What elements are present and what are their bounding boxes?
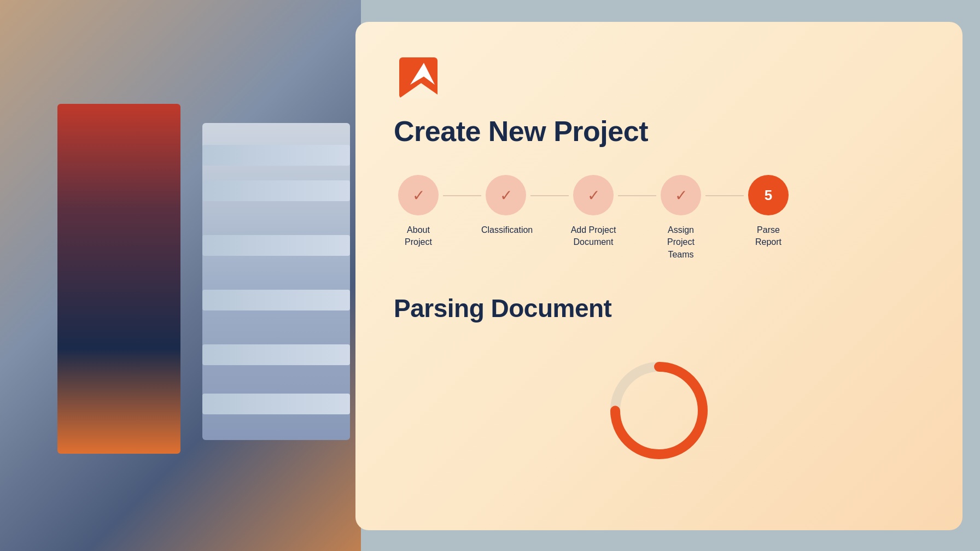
step-5-label: Parse Report bbox=[744, 224, 793, 249]
connector-1-2 bbox=[443, 195, 481, 196]
step-3-check: ✓ bbox=[587, 186, 600, 204]
background-panel-light bbox=[202, 123, 350, 440]
stepper: ✓ About Project ✓ Classification ✓ Add P… bbox=[394, 175, 924, 261]
logo bbox=[394, 55, 443, 98]
background-panel-dark bbox=[57, 104, 180, 454]
decorative-bar-1 bbox=[202, 145, 350, 166]
decorative-bar-3 bbox=[202, 235, 350, 256]
step-2-circle: ✓ bbox=[486, 175, 526, 215]
decorative-bar-6 bbox=[202, 394, 350, 414]
step-2-check: ✓ bbox=[500, 186, 512, 204]
decorative-bar-5 bbox=[202, 344, 350, 365]
step-1-circle: ✓ bbox=[398, 175, 439, 215]
step-1-label: About Project bbox=[394, 224, 443, 249]
step-3: ✓ Add Project Document bbox=[569, 175, 618, 249]
step-4-circle: ✓ bbox=[661, 175, 701, 215]
decorative-bar-4 bbox=[202, 290, 350, 310]
step-4-label: Assign Project Teams bbox=[656, 224, 705, 261]
connector-4-5 bbox=[705, 195, 744, 196]
page-title: Create New Project bbox=[394, 115, 924, 148]
step-4: ✓ Assign Project Teams bbox=[656, 175, 705, 261]
progress-ring bbox=[599, 350, 719, 471]
section-title: Parsing Document bbox=[394, 294, 924, 323]
step-5: 5 Parse Report bbox=[744, 175, 793, 249]
step-1-check: ✓ bbox=[412, 186, 425, 204]
step-3-label: Add Project Document bbox=[569, 224, 618, 249]
main-card: Create New Project ✓ About Project ✓ Cla… bbox=[355, 22, 962, 530]
step-3-circle: ✓ bbox=[573, 175, 614, 215]
step-1: ✓ About Project bbox=[394, 175, 443, 249]
decorative-bar-2 bbox=[202, 180, 350, 201]
connector-2-3 bbox=[530, 195, 569, 196]
step-5-number: 5 bbox=[765, 187, 772, 204]
connector-3-4 bbox=[618, 195, 656, 196]
step-2: ✓ Classification bbox=[481, 175, 530, 236]
step-2-label: Classification bbox=[481, 224, 530, 236]
step-5-circle: 5 bbox=[748, 175, 789, 215]
step-4-check: ✓ bbox=[675, 186, 687, 204]
progress-ring-container bbox=[394, 350, 924, 471]
